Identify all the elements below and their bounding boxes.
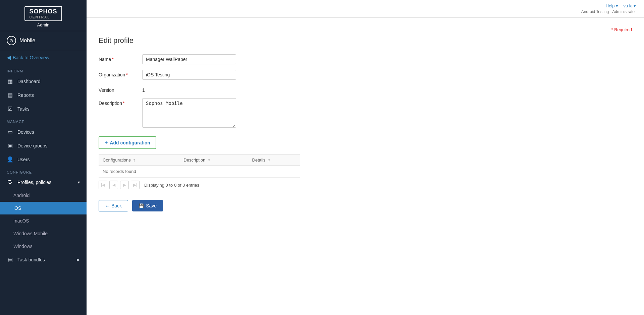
org-input[interactable] [142,70,236,80]
back-arrow-btn-icon: ← [105,203,109,208]
profiles-caret-icon: ▾ [78,180,80,185]
pagination: |◀ ◀ ▶ ▶| Displaying 0 to 0 of 0 entries [99,178,300,192]
sidebar-item-dashboard-label: Dashboard [17,79,41,84]
plus-icon: + [105,140,108,146]
sidebar-item-devices-label: Devices [17,129,34,135]
back-button-label: Back [111,203,122,208]
name-field-group: Name* [99,54,632,64]
sidebar-sub-windows-mobile-label: Windows Mobile [13,231,48,236]
logo-admin: Admin [37,22,50,27]
task-bundles-caret-icon: ▶ [77,257,80,262]
configure-section-label: CONFIGURE [0,166,87,176]
sidebar-item-profiles-policies[interactable]: 🛡 Profiles, policies ▾ [0,176,87,189]
version-value: 1 [142,85,145,93]
version-field-group: Version 1 [99,85,632,93]
sidebar-item-reports[interactable]: ▤ Reports [0,88,87,102]
org-label-field: Organization* [99,70,142,77]
sidebar-sub-ios[interactable]: iOS [0,202,87,214]
no-records-cell: No records found [99,166,300,178]
sidebar-item-devices[interactable]: ▭ Devices [0,125,87,139]
org-label: Android Testing - Administrator [581,9,636,14]
col-configurations: Configurations ⇕ [99,155,179,166]
main-content: Help ▾ vu le ▾ Android Testing - Adminis… [87,0,644,315]
col-description-sort-icon[interactable]: ⇕ [208,159,210,162]
name-input[interactable] [142,54,236,64]
device-groups-icon: ▣ [7,142,13,149]
sidebar-sub-android[interactable]: Android [0,189,87,202]
table-row-no-records: No records found [99,166,300,178]
sidebar: SOPHOS CENTRAL Admin ⊙ Mobile ◀ Back to … [0,0,87,315]
topbar: Help ▾ vu le ▾ Android Testing - Adminis… [87,0,644,18]
description-textarea[interactable]: Sophos Mobile [142,98,236,128]
save-button-label: Save [146,203,157,208]
devices-icon: ▭ [7,129,13,135]
mobile-icon: ⊙ [7,36,16,45]
sidebar-item-device-groups-label: Device groups [17,143,48,148]
org-field-group: Organization* [99,70,632,80]
sidebar-item-tasks-label: Tasks [17,106,30,112]
sidebar-item-users[interactable]: 👤 Users [0,152,87,166]
save-button[interactable]: 💾 Save [132,200,163,211]
sidebar-item-users-label: Users [17,157,30,162]
sidebar-sub-macos-label: macOS [13,218,29,224]
user-dropdown-icon: ▾ [634,3,636,8]
pagination-info: Displaying 0 to 0 of 0 entries [144,183,199,188]
sidebar-sub-windows-label: Windows [13,244,33,249]
back-arrow-icon: ◀ [7,54,11,61]
page-title: Edit profile [99,36,632,45]
task-bundles-icon: ▤ [7,256,13,263]
sidebar-item-dashboard[interactable]: ▦ Dashboard [0,74,87,88]
logo-sub: CENTRAL [29,15,57,19]
help-dropdown-icon: ▾ [616,3,618,8]
sidebar-sub-windows[interactable]: Windows [0,240,87,253]
sidebar-logo: SOPHOS CENTRAL Admin [0,0,87,31]
page-next-button[interactable]: ▶ [120,181,129,189]
col-details: Details ⇕ [248,155,300,166]
sidebar-item-task-bundles-label: Task bundles [17,257,45,262]
sidebar-item-device-groups[interactable]: ▣ Device groups [0,139,87,152]
save-icon: 💾 [139,203,144,208]
back-button[interactable]: ← Back [99,200,128,211]
add-configuration-button[interactable]: + Add configuration [99,136,156,149]
page-prev-button[interactable]: ◀ [109,181,118,189]
page-first-button[interactable]: |◀ [99,181,107,189]
add-config-label: Add configuration [110,140,150,145]
description-field-group: Description* Sophos Mobile [99,98,632,128]
topbar-links: Help ▾ vu le ▾ [606,3,636,8]
mobile-label: Mobile [19,38,35,44]
users-icon: 👤 [7,156,13,163]
sidebar-item-task-bundles[interactable]: ▤ Task bundles ▶ [0,253,87,266]
profiles-icon: 🛡 [7,179,13,185]
description-label: Description* [99,98,142,106]
sidebar-sub-macos[interactable]: macOS [0,214,87,227]
sidebar-sub-ios-label: iOS [13,205,21,211]
content-area: * Required Edit profile Name* Organizati… [87,18,644,315]
mobile-section: ⊙ Mobile [0,31,87,50]
manage-section-label: MANAGE [0,116,87,125]
sidebar-sub-windows-mobile[interactable]: Windows Mobile [0,227,87,240]
action-buttons: ← Back 💾 Save [99,200,632,211]
user-link[interactable]: vu le ▾ [624,3,636,8]
required-note: * Required [99,27,632,32]
col-details-sort-icon[interactable]: ⇕ [268,159,270,162]
name-label: Name* [99,54,142,62]
user-label: vu le [624,3,633,8]
version-label: Version [99,85,142,93]
inform-section-label: INFORM [0,65,87,74]
logo-text: SOPHOS CENTRAL [24,6,62,21]
reports-icon: ▤ [7,92,13,98]
help-link[interactable]: Help ▾ [606,3,618,8]
page-last-button[interactable]: ▶| [131,181,140,189]
back-to-overview-link[interactable]: ◀ Back to Overview [0,50,87,65]
col-description: Description ⇕ [179,155,248,166]
back-to-overview-label: Back to Overview [13,55,49,60]
help-label: Help [606,3,615,8]
tasks-icon: ☑ [7,106,13,112]
sidebar-item-tasks[interactable]: ☑ Tasks [0,102,87,116]
sidebar-item-reports-label: Reports [17,92,34,98]
configurations-table: Configurations ⇕ Description ⇕ Details ⇕… [99,154,300,178]
sidebar-sub-android-label: Android [13,193,30,198]
sidebar-item-profiles-label: Profiles, policies [17,180,51,185]
col-configurations-sort-icon[interactable]: ⇕ [133,159,136,162]
dashboard-icon: ▦ [7,78,13,84]
